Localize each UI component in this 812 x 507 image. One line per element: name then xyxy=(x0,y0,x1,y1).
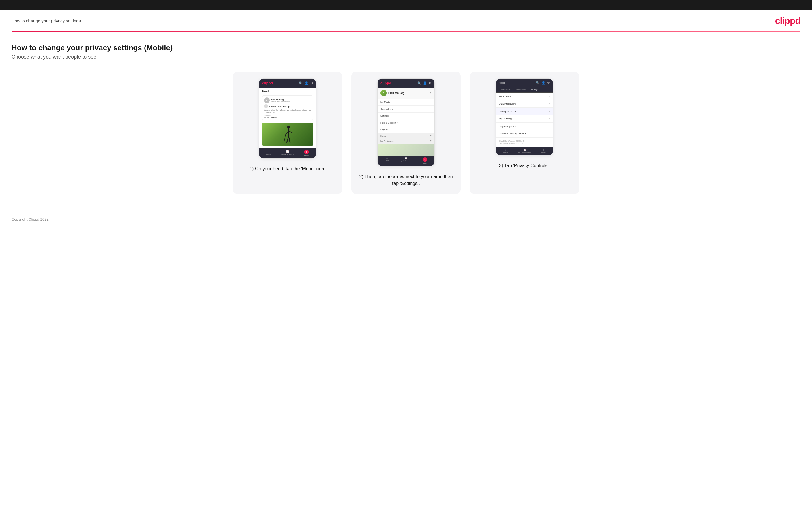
chevron-right-icon-3: › xyxy=(549,110,550,113)
step-1-card: clippd 🔍 👤 ⚙ Feed B Blair McHarg xyxy=(233,71,342,194)
tab-connections[interactable]: Connections xyxy=(512,87,528,93)
settings-icon: ⚙ xyxy=(310,81,313,85)
settings-mygolfbag[interactable]: My Golf Bag › xyxy=(496,115,553,123)
phone1-user-info: Blair McHarg Yesterday · Sunningdale xyxy=(271,99,290,102)
phone3-nav-home: ⌂ Home xyxy=(496,149,515,153)
phone2-menu-connections[interactable]: Connections xyxy=(377,106,435,113)
user-icon: 👤 xyxy=(305,81,308,85)
settings-privacycontrols[interactable]: Privacy Controls › xyxy=(496,108,553,115)
menu-help-label: Help & Support ↗ xyxy=(380,121,399,124)
phone2-icons: 🔍 👤 ⚙ xyxy=(417,81,432,85)
settings-serviceprivacy[interactable]: Service & Privacy Policy ↗ xyxy=(496,130,553,137)
step2-label: 2) Then, tap the arrow next to your name… xyxy=(358,173,454,187)
phone1-icons: 🔍 👤 ⚙ xyxy=(299,81,313,85)
phone1-duration-value: 01 hr : 30 min xyxy=(264,116,311,118)
home-icon: ⌂ xyxy=(268,150,269,153)
phone2-section-performance[interactable]: My Performance ∨ xyxy=(377,138,435,144)
phone3-icons: 🔍 👤 ⚙ xyxy=(536,81,550,85)
section-home-label: Home xyxy=(380,135,386,137)
steps-row: clippd 🔍 👤 ⚙ Feed B Blair McHarg xyxy=(11,71,801,194)
phone3-nav-home-label: Home xyxy=(503,151,508,153)
chart-icon-2: 📈 xyxy=(405,157,407,159)
phone2-user-row[interactable]: B Blair McHarg ∧ xyxy=(377,88,435,99)
tab-myprofile[interactable]: My Profile xyxy=(499,87,512,93)
phone1-post: B Blair McHarg Yesterday · Sunningdale L… xyxy=(262,95,313,120)
phone3-tabs: My Profile Connections Settings xyxy=(496,87,553,93)
top-bar xyxy=(0,0,812,10)
phone3-nav-menu[interactable]: ≡ Menu xyxy=(534,149,553,153)
menu-highlight: ≡ xyxy=(304,150,309,154)
phone3-version-info: Clippd Client Version: 2022.8.3-3 GQL Se… xyxy=(496,137,553,147)
golfer-svg xyxy=(283,125,294,146)
phone1-nav-home-label: Home xyxy=(266,153,271,155)
chevron-down-icon: ∨ xyxy=(430,135,432,137)
settings-icon-3: ⚙ xyxy=(547,81,550,85)
step-3-card: ‹ Back 🔍 👤 ⚙ My Profile Connections Sett… xyxy=(470,71,579,194)
phone1-bottom-nav: ⌂ Home 📈 My Performance ≡ Menu xyxy=(259,148,316,158)
phone3-header: ‹ Back 🔍 👤 ⚙ xyxy=(496,79,553,87)
phone2-menu-myprofile[interactable]: My Profile xyxy=(377,99,435,106)
dataintegrations-label: Data Integrations xyxy=(499,103,516,105)
menu-myprofile-label: My Profile xyxy=(380,101,391,103)
chevron-right-icon-4: › xyxy=(549,117,550,120)
page-footer: Copyright Clippd 2022 xyxy=(0,211,812,227)
phone1-lesson-title: Lesson with Fordy xyxy=(269,105,290,108)
settings-helpsupport[interactable]: Help & Support ↗ xyxy=(496,123,553,130)
phone2-section-home[interactable]: Home ∨ xyxy=(377,133,435,138)
phone3-nav-performance-label: My Performance xyxy=(518,152,531,153)
phone2-nav-home: ⌂ Home xyxy=(377,157,397,164)
svg-line-2 xyxy=(286,131,289,135)
step-3-phone: ‹ Back 🔍 👤 ⚙ My Profile Connections Sett… xyxy=(496,78,553,155)
phone1-username: Blair McHarg xyxy=(271,99,290,101)
chevron-up-icon: ∧ xyxy=(429,92,432,95)
settings-icon-2: ⚙ xyxy=(429,81,432,85)
phone2-nav-home-label: Home xyxy=(385,160,389,161)
settings-dataintegrations[interactable]: Data Integrations › xyxy=(496,100,553,108)
version-line1: Clippd Client Version: 2022.8.3-3 xyxy=(499,140,550,143)
home-icon-2: ⌂ xyxy=(387,157,388,159)
step-2-card: clippd 🔍 👤 ⚙ B Blair McHarg ∧ xyxy=(351,71,461,194)
settings-myaccount[interactable]: My Account › xyxy=(496,93,553,100)
chevron-down-icon-2: ∨ xyxy=(430,140,432,142)
phone2-avatar: B xyxy=(380,90,387,96)
svg-line-3 xyxy=(289,131,293,133)
chevron-right-icon-1: › xyxy=(549,95,550,98)
svg-line-4 xyxy=(287,136,289,143)
phone2-nav-menu-label: Menu xyxy=(423,163,427,164)
phone2-menu-settings[interactable]: Settings xyxy=(377,113,435,119)
page-subheading: Choose what you want people to see xyxy=(11,54,801,60)
step3-label: 3) Tap ‘Privacy Controls’. xyxy=(499,162,550,169)
phone1-nav-menu-label: Menu xyxy=(304,155,308,157)
phone2-menu-help[interactable]: Help & Support ↗ xyxy=(377,119,435,126)
header-title: How to change your privacy settings xyxy=(11,18,81,23)
phone1-lesson-icon xyxy=(264,104,268,108)
page-header: How to change your privacy settings clip… xyxy=(0,10,812,31)
phone2-bottom-nav: ⌂ Home 📈 My Performance ✕ Menu xyxy=(377,156,435,166)
step1-label: 1) On your Feed, tap the ‘Menu’ icon. xyxy=(250,165,325,172)
svg-point-0 xyxy=(287,125,290,128)
menu-settings-label: Settings xyxy=(380,115,389,117)
phone2-nav-menu[interactable]: ✕ Menu xyxy=(415,157,435,164)
tab-settings[interactable]: Settings xyxy=(528,87,540,93)
phone2-menu-logout[interactable]: Logout xyxy=(377,126,435,133)
logo: clippd xyxy=(775,15,801,26)
phone2-dropdown-body: B Blair McHarg ∧ My Profile Connections … xyxy=(377,88,435,156)
back-button[interactable]: ‹ Back xyxy=(499,81,506,84)
phone2-header: clippd 🔍 👤 ⚙ xyxy=(377,79,435,88)
phone2-user-left: B Blair McHarg xyxy=(380,90,405,96)
phone1-nav-menu[interactable]: ≡ Menu xyxy=(297,150,316,157)
phone2-nav-performance-label: My Performance xyxy=(400,160,412,162)
home-icon-3: ⌂ xyxy=(505,149,506,151)
phone3-settings-list: My Account › Data Integrations › Privacy… xyxy=(496,93,553,147)
menu-icon-3: ≡ xyxy=(543,149,544,151)
phone1-header: clippd 🔍 👤 ⚙ xyxy=(259,79,316,88)
menu-logout-label: Logout xyxy=(380,128,387,131)
myaccount-label: My Account xyxy=(499,95,511,98)
phone1-nav-performance-label: My Performance xyxy=(281,153,294,155)
chevron-right-icon-2: › xyxy=(549,103,550,105)
page-heading: How to change your privacy settings (Mob… xyxy=(11,43,801,52)
user-icon-3: 👤 xyxy=(542,81,546,85)
phone2-logo: clippd xyxy=(380,81,391,85)
search-icon-3: 🔍 xyxy=(536,81,540,85)
helpsupport-label: Help & Support ↗ xyxy=(499,125,517,127)
